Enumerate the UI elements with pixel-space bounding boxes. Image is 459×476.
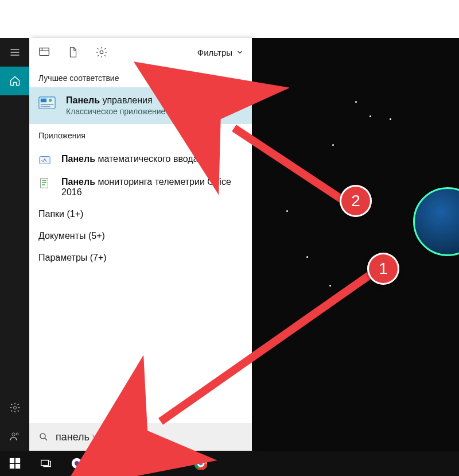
wallpaper-star <box>286 210 288 212</box>
search-top-tabs: Фильтры <box>29 38 252 67</box>
filezilla-icon[interactable]: Fz <box>96 452 119 475</box>
svg-rect-12 <box>42 180 46 181</box>
svg-point-22 <box>75 461 79 466</box>
svg-point-7 <box>49 99 52 102</box>
settings-group[interactable]: Параметры (7+) <box>29 247 252 269</box>
filters-dropdown[interactable]: Фильтры <box>197 48 244 57</box>
svg-rect-17 <box>15 458 20 463</box>
people-icon[interactable] <box>0 422 29 451</box>
search-icon <box>38 432 49 442</box>
documents-tab-icon[interactable] <box>66 45 80 59</box>
wallpaper-star <box>390 118 391 120</box>
thunderbird-icon[interactable] <box>158 452 181 475</box>
screenshot-root: Фильтры Лучшее соответствие Панель управ… <box>0 0 459 476</box>
svg-rect-8 <box>41 104 54 105</box>
search-typed-text: панель управления <box>56 431 149 443</box>
folders-group[interactable]: Папки (1+) <box>29 203 252 225</box>
desktop-wallpaper <box>252 38 459 451</box>
documents-group[interactable]: Документы (5+) <box>29 225 252 247</box>
svg-rect-20 <box>41 460 49 466</box>
settings-tab-icon[interactable] <box>95 45 108 59</box>
app-result-label: Панель математического ввода <box>61 154 199 164</box>
annotation-badge-1: 1 <box>367 253 399 285</box>
annotation-badge-2: 2 <box>340 185 372 217</box>
svg-rect-3 <box>40 48 49 56</box>
start-button[interactable] <box>3 452 26 475</box>
best-match-result[interactable]: Панель управления Классическое приложени… <box>29 87 252 124</box>
svg-rect-27 <box>134 463 144 464</box>
office-telemetry-icon <box>38 177 51 189</box>
home-icon[interactable] <box>0 67 29 95</box>
svg-rect-26 <box>134 460 138 462</box>
search-flyout: Фильтры Лучшее соответствие Панель управ… <box>29 38 252 451</box>
wallpaper-star <box>329 285 331 287</box>
app-result-label: Панель мониторинга телеметрии Office 201… <box>61 177 243 198</box>
taskbar: Fz <box>0 451 459 476</box>
wallpaper-star <box>355 101 357 103</box>
apps-header: Приложения <box>29 124 252 145</box>
best-match-subtitle: Классическое приложение <box>66 107 165 116</box>
svg-rect-19 <box>15 464 20 469</box>
svg-point-15 <box>40 434 45 439</box>
yandex-browser-icon[interactable] <box>65 452 88 475</box>
svg-rect-6 <box>41 99 46 103</box>
apps-list: Панель математического ввода Панель мони… <box>29 145 252 203</box>
wallpaper-star <box>306 256 308 258</box>
svg-rect-10 <box>40 157 50 164</box>
control-panel-icon <box>38 95 56 113</box>
start-sidebar <box>0 38 29 451</box>
app-result[interactable]: Панель математического ввода <box>29 149 252 172</box>
svg-rect-18 <box>10 464 14 469</box>
svg-text:Fz: Fz <box>104 460 113 469</box>
chrome-icon[interactable] <box>189 452 212 475</box>
file-explorer-icon[interactable] <box>127 452 150 475</box>
svg-point-1 <box>11 433 14 436</box>
taskview-button[interactable] <box>34 452 57 475</box>
hamburger-icon[interactable] <box>0 38 29 67</box>
filters-label: Фильтры <box>197 48 232 57</box>
page-crop-top <box>0 0 459 38</box>
settings-gear-icon[interactable] <box>0 393 29 422</box>
app-result[interactable]: Панель мониторинга телеметрии Office 201… <box>29 172 252 203</box>
svg-rect-9 <box>41 106 50 107</box>
svg-rect-14 <box>42 184 45 185</box>
apps-tab-icon[interactable] <box>37 45 51 59</box>
svg-point-4 <box>100 51 103 54</box>
wallpaper-star <box>369 115 371 117</box>
svg-point-0 <box>13 407 16 409</box>
svg-point-33 <box>199 461 203 466</box>
svg-rect-13 <box>42 182 46 183</box>
math-input-icon <box>38 154 51 167</box>
svg-point-2 <box>16 433 18 435</box>
search-input-row[interactable]: панель управления <box>29 423 252 451</box>
best-match-title: Панель управления <box>66 95 165 106</box>
svg-rect-16 <box>10 458 14 463</box>
wallpaper-star <box>332 144 334 146</box>
best-match-header: Лучшее соответствие <box>29 67 252 87</box>
wallpaper-globe <box>413 187 459 256</box>
chevron-down-icon <box>236 48 244 56</box>
